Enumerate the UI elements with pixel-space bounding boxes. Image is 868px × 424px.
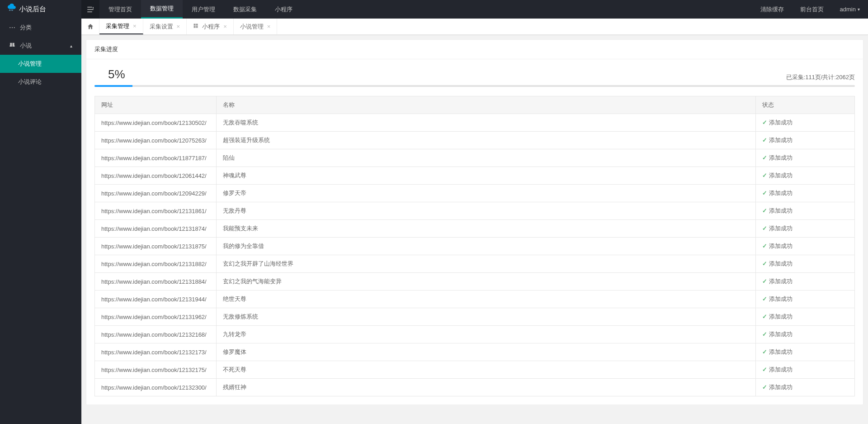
collect-table: 网址 名称 状态 https://www.idejian.com/book/12… bbox=[94, 96, 855, 396]
table-row: https://www.idejian.com/book/12131882/玄幻… bbox=[95, 255, 855, 273]
tab-home[interactable] bbox=[81, 19, 99, 34]
sidebar-item-label: 分类 bbox=[20, 24, 32, 32]
tab[interactable]: 小说管理 × bbox=[234, 19, 278, 34]
check-icon: ✓ bbox=[762, 260, 767, 267]
status-text: 添加成功 bbox=[769, 154, 793, 161]
status-text: 添加成功 bbox=[769, 384, 793, 391]
cell-status: ✓添加成功 bbox=[756, 149, 855, 167]
cell-url: https://www.idejian.com/book/12131962/ bbox=[95, 308, 217, 326]
tab[interactable]: 采集设置 × bbox=[143, 19, 187, 34]
progress-fill bbox=[94, 85, 132, 87]
svg-rect-0 bbox=[194, 24, 196, 26]
tab-label: 采集设置 bbox=[150, 23, 173, 31]
book-icon bbox=[9, 42, 15, 50]
status-text: 添加成功 bbox=[769, 225, 793, 232]
cell-status: ✓添加成功 bbox=[756, 185, 855, 202]
progress-bar bbox=[94, 85, 855, 87]
cell-name: 无敌丹尊 bbox=[216, 202, 756, 220]
menu-collapse-icon bbox=[86, 5, 94, 14]
clear-cache-button[interactable]: 清除缓存 bbox=[752, 0, 792, 19]
top-nav-item[interactable]: 小程序 bbox=[266, 0, 302, 19]
check-icon: ✓ bbox=[762, 313, 767, 320]
cell-url: https://www.idejian.com/book/12131884/ bbox=[95, 273, 217, 291]
username: admin bbox=[840, 6, 856, 13]
progress-stats: 已采集:111页/共计:2062页 bbox=[786, 73, 855, 81]
table-row: https://www.idejian.com/book/12132300/残婿… bbox=[95, 379, 855, 396]
chevron-up-icon: ▴ bbox=[70, 43, 72, 48]
cell-name: 修罗魔体 bbox=[216, 343, 756, 361]
cell-url: https://www.idejian.com/book/12130502/ bbox=[95, 114, 217, 132]
check-icon: ✓ bbox=[762, 207, 767, 214]
cell-status: ✓添加成功 bbox=[756, 220, 855, 238]
cell-url: https://www.idejian.com/book/12132300/ bbox=[95, 379, 217, 396]
cell-url: https://www.idejian.com/book/12131944/ bbox=[95, 291, 217, 308]
check-icon: ✓ bbox=[762, 295, 767, 302]
status-text: 添加成功 bbox=[769, 172, 793, 179]
cell-status: ✓添加成功 bbox=[756, 308, 855, 326]
status-text: 添加成功 bbox=[769, 278, 793, 285]
table-row: https://www.idejian.com/book/12131944/绝世… bbox=[95, 291, 855, 308]
table-row: https://www.idejian.com/book/12131884/玄幻… bbox=[95, 273, 855, 291]
cell-url: https://www.idejian.com/book/12061442/ bbox=[95, 167, 217, 185]
cell-name: 修罗天帝 bbox=[216, 185, 756, 202]
top-nav-item[interactable]: 管理首页 bbox=[99, 0, 141, 19]
top-nav-item[interactable]: 数据采集 bbox=[224, 0, 266, 19]
top-nav-item[interactable]: 数据管理 bbox=[141, 0, 183, 19]
status-text: 添加成功 bbox=[769, 190, 793, 196]
cell-name: 我的修为全靠借 bbox=[216, 238, 756, 255]
cell-status: ✓添加成功 bbox=[756, 255, 855, 273]
sidebar-item-novel-manage[interactable]: 小说管理 bbox=[0, 55, 81, 73]
top-nav-item[interactable]: 用户管理 bbox=[183, 0, 224, 19]
check-icon: ✓ bbox=[762, 348, 767, 355]
close-icon[interactable]: × bbox=[267, 23, 271, 30]
cell-name: 残婿狂神 bbox=[216, 379, 756, 396]
cell-name: 我能预支未来 bbox=[216, 220, 756, 238]
frontend-link[interactable]: 前台首页 bbox=[792, 0, 832, 19]
close-icon[interactable]: × bbox=[223, 23, 227, 30]
sidebar-item-novel[interactable]: 小说 ▴ bbox=[0, 37, 81, 55]
status-text: 添加成功 bbox=[769, 243, 793, 249]
status-text: 添加成功 bbox=[769, 119, 793, 126]
home-icon bbox=[87, 23, 94, 30]
tab[interactable]: 采集管理 × bbox=[99, 19, 143, 34]
col-status: 状态 bbox=[756, 96, 855, 114]
cell-url: https://www.idejian.com/book/12131882/ bbox=[95, 255, 217, 273]
user-menu[interactable]: admin ▾ bbox=[832, 0, 868, 19]
grid-icon bbox=[193, 23, 198, 30]
sidebar-item-category[interactable]: ⋯ 分类 bbox=[0, 19, 81, 37]
cell-name: 无敌修炼系统 bbox=[216, 308, 756, 326]
card-title: 采集进度 bbox=[86, 40, 863, 59]
dots-icon: ⋯ bbox=[9, 24, 15, 31]
cell-status: ✓添加成功 bbox=[756, 114, 855, 132]
check-icon: ✓ bbox=[762, 172, 767, 179]
status-text: 添加成功 bbox=[769, 137, 793, 143]
table-row: https://www.idejian.com/book/12132175/不死… bbox=[95, 361, 855, 379]
progress-percent: 5% bbox=[94, 67, 125, 81]
tab-label: 小说管理 bbox=[240, 23, 264, 31]
cell-status: ✓添加成功 bbox=[756, 273, 855, 291]
table-row: https://www.idejian.com/book/12131875/我的… bbox=[95, 238, 855, 255]
table-row: https://www.idejian.com/book/12094229/修罗… bbox=[95, 185, 855, 202]
sidebar-toggle-button[interactable] bbox=[81, 0, 99, 19]
cell-url: https://www.idejian.com/book/11877187/ bbox=[95, 149, 217, 167]
cell-status: ✓添加成功 bbox=[756, 167, 855, 185]
svg-rect-3 bbox=[196, 26, 198, 28]
cell-status: ✓添加成功 bbox=[756, 379, 855, 396]
close-icon[interactable]: × bbox=[133, 23, 137, 29]
brand-name: 小说后台 bbox=[19, 5, 46, 14]
tab[interactable]: 小程序 × bbox=[187, 19, 234, 34]
status-text: 添加成功 bbox=[769, 313, 793, 320]
close-icon[interactable]: × bbox=[177, 23, 180, 30]
cell-url: https://www.idejian.com/book/12132173/ bbox=[95, 343, 217, 361]
check-icon: ✓ bbox=[762, 278, 767, 285]
status-text: 添加成功 bbox=[769, 260, 793, 267]
svg-rect-2 bbox=[194, 26, 196, 28]
cell-name: 超强装逼升级系统 bbox=[216, 132, 756, 149]
sidebar-item-label: 小说 bbox=[20, 42, 32, 50]
sidebar-item-novel-comment[interactable]: 小说评论 bbox=[0, 73, 81, 91]
check-icon: ✓ bbox=[762, 225, 767, 232]
table-row: https://www.idejian.com/book/12075263/超强… bbox=[95, 132, 855, 149]
status-text: 添加成功 bbox=[769, 366, 793, 373]
cell-name: 陷仙 bbox=[216, 149, 756, 167]
status-text: 添加成功 bbox=[769, 331, 793, 338]
